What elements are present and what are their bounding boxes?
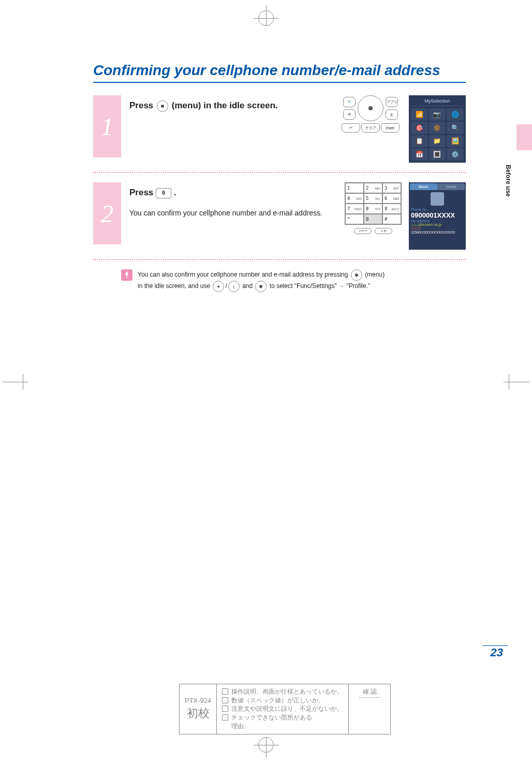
memo-button: メモ: [375, 228, 392, 234]
nav-btn-mid-right: E: [386, 109, 398, 120]
menu-icon: ⚙️: [447, 148, 464, 161]
menu-icon: 🎯: [411, 122, 428, 134]
check-3: 注意文や説明文に誤り、不足がないか。: [231, 704, 343, 713]
key-9: 9WXYZ: [382, 204, 401, 214]
key-8: 8TUV: [364, 204, 382, 214]
step-1-post: (menu) in the idle screen.: [172, 100, 278, 110]
step-1-pre: Press: [129, 100, 156, 110]
checkbox-icon: [222, 688, 228, 695]
key-2: 2ABC: [364, 183, 382, 193]
phone-no-value: 0900001XXXX: [410, 211, 465, 219]
arrow-icon: →: [338, 282, 345, 290]
profile-screen: Basic Detail Phone no. 0900001XXXX My ad…: [409, 182, 466, 250]
manner-button: マナー: [354, 228, 372, 234]
proof-stage: 初校: [187, 706, 210, 721]
tip-note: You can also confirm your cellphone numb…: [121, 269, 466, 292]
checkbox-icon: [222, 697, 228, 703]
divider: [93, 259, 466, 260]
key-0: 0: [364, 214, 382, 224]
menu-icon: 🔳: [429, 148, 446, 161]
tip-line2-sel-post: "Profile.": [346, 282, 370, 290]
check-2: 数値（スペック値）が正しいか。: [231, 696, 324, 705]
tip-line2-pre: in the idle screen, and use: [138, 282, 212, 290]
nav-dial-icon: [358, 95, 383, 121]
checkbox-icon: [222, 706, 228, 712]
nav-btn-top-right: アプリ: [386, 97, 398, 107]
tip-line2-mid: and: [242, 282, 254, 290]
tab-basic: Basic: [410, 183, 437, 190]
checkbox-icon: [222, 714, 228, 721]
check-4: チェックできない箇所がある: [231, 713, 312, 722]
step-2-post: .: [174, 188, 176, 197]
tip-line1-post: (menu): [365, 271, 385, 278]
section-tab-label: Before use: [503, 161, 513, 201]
section-tab-marker: [516, 124, 532, 150]
key-3: 3DEF: [382, 183, 401, 193]
step-2-text: Press 0 . You can confirm your cellphone…: [129, 182, 336, 219]
divider: [93, 172, 466, 173]
step-number-1: 1: [93, 95, 121, 157]
confirm-label: 確 認: [359, 687, 380, 698]
nav-btn-power: PWR: [381, 123, 400, 133]
register-mark-left: [3, 374, 28, 390]
menu-icon: 🔍: [447, 122, 464, 134]
iccid-label: ICCID: [410, 227, 465, 231]
step-1-text: Press (menu) in the idle screen.: [129, 95, 331, 112]
check-1: 操作説明、画面が仕様とあっているか。: [231, 687, 343, 696]
reason-label: 理由:: [231, 723, 245, 730]
tip-line1-pre: You can also confirm your cellphone numb…: [138, 271, 350, 278]
step-2-body: You can confirm your cellphone number an…: [129, 208, 336, 219]
myselection-title: MySelection: [411, 97, 464, 106]
key-6: 6MNO: [382, 193, 401, 204]
register-mark-bottom: [258, 737, 274, 753]
center-key-icon: [351, 269, 362, 281]
step-number-2: 2: [93, 182, 121, 244]
nav-btn-mid-left: ✉: [343, 109, 356, 120]
nav-btn-clear: クリア: [361, 123, 380, 133]
key-4: 4GHI: [345, 193, 364, 204]
menu-icon: 📅: [411, 148, 428, 161]
navigation-pad-illustration: 📧 ✉ アプリ E ↩ クリア PWR: [339, 95, 402, 147]
nav-updown-icon: ↕: [228, 281, 240, 292]
step-2-pre: Press: [129, 188, 156, 197]
menu-icon: 🖼️: [447, 135, 464, 148]
phone-no-label: Phone no.: [410, 208, 465, 211]
proof-code: PTX-924: [185, 697, 211, 704]
my-address-label: My address: [410, 219, 465, 223]
center-key-icon: [255, 281, 267, 292]
menu-icon: 📁: [429, 135, 446, 148]
nav-dial-center: [368, 106, 373, 110]
page-title: Confirming your cellphone number/e-mail …: [93, 62, 466, 83]
keypad-illustration: 1 2ABC 3DEF 4GHI 5JKL 6MNO 7PQRS 8TUV 9W…: [345, 182, 402, 250]
page-number: 23: [491, 646, 503, 659]
key-5: 5JKL: [364, 193, 382, 204]
avatar-icon: [431, 192, 444, 206]
step-2: 2 Press 0 . You can confirm your cellpho…: [93, 182, 466, 250]
key-star: *: [345, 214, 364, 224]
key-7: 7PQRS: [345, 204, 364, 214]
tab-detail: Detail: [437, 183, 465, 190]
step-1: 1 Press (menu) in the idle screen. 📧 ✉: [93, 95, 466, 163]
tip-icon: [121, 269, 132, 281]
key-1: 1: [345, 183, 364, 193]
proofreading-box: PTX-924 初校 操作説明、画面が仕様とあっているか。 数値（スペック値）が…: [179, 684, 391, 735]
menu-icon: 🌐: [447, 108, 464, 121]
my-address-value: △△△@ezweb.ne.jp: [410, 223, 465, 227]
menu-icon: 📷: [429, 108, 446, 121]
tip-line2-sel-pre: to select "Func/Settings": [270, 282, 338, 290]
key-hash: #: [382, 214, 401, 224]
zero-key-icon: 0: [156, 188, 171, 198]
nav-btn-top-left: 📧: [343, 97, 356, 107]
nav-4way-icon: [213, 281, 224, 292]
myselection-screen: MySelection 📶 📷 🌐 🎯 🔆 🔍 📋 📁 🖼️ 📅 🔳 ⚙️: [409, 95, 466, 163]
nav-btn-back: ↩: [342, 123, 360, 133]
register-mark-top: [258, 10, 274, 26]
center-key-icon: [157, 100, 168, 112]
menu-icon: 📶: [411, 108, 428, 121]
menu-icon: 🔆: [429, 122, 446, 134]
register-mark-right: [504, 374, 529, 390]
menu-icon: 📋: [411, 135, 428, 148]
iccid-value: 1234XXXXXXXXXXXXXXX: [410, 231, 465, 234]
